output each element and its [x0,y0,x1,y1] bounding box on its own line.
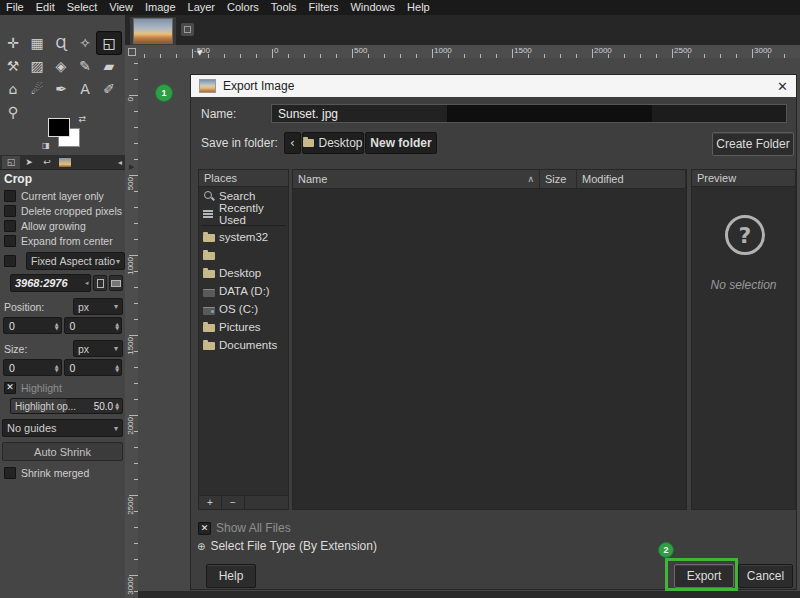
select-file-type-expander[interactable]: ⊕ Select File Type (By Extension) [197,539,377,553]
place-pictures[interactable]: Pictures [199,318,288,336]
color-area[interactable]: ⇄ ◨ [46,116,82,148]
place-desktop[interactable]: Desktop [199,264,288,282]
free-select-tool[interactable]: Ɋ [49,32,73,54]
dock-tab-pointer[interactable]: ➤ [20,156,38,169]
image-thumbnail-icon [59,158,71,167]
create-folder-button[interactable]: Create Folder [712,132,794,156]
column-header-name[interactable]: Name∧ [293,170,540,188]
spinner-arrows-icon[interactable]: ▲▼ [55,364,61,372]
ruler-corner-button[interactable] [125,45,138,58]
menu-colors[interactable]: Colors [221,0,265,15]
spinner-arrows-icon[interactable]: ▲▼ [115,402,119,410]
color-picker-tool-icon: ✐ [103,81,115,97]
highlight-checkbox[interactable]: ✕ [4,382,16,394]
new-folder-button[interactable]: New folder [365,132,437,154]
option-current-layer-only[interactable]: Current layer only [0,188,125,203]
position-unit-dropdown[interactable]: px ▾ [73,298,123,315]
filename-input[interactable]: Sunset. jpg [271,104,787,123]
paintbrush-tool[interactable]: ✎ [73,55,97,77]
size-height-spinner[interactable]: 0▲▼ [64,359,123,376]
bucket-fill-tool[interactable]: ◈ [49,55,73,77]
option-delete-cropped-pixels[interactable]: Delete cropped pixels [0,203,125,218]
column-header-size[interactable]: Size [540,170,577,188]
place-system32[interactable]: system32 [199,228,288,246]
clear-icon[interactable]: ◂ [84,279,88,287]
dock-collapse-icon[interactable]: ◂ [118,158,122,167]
option-expand-from-center[interactable]: Expand from center [0,233,125,248]
chevron-down-icon: ▾ [114,344,118,353]
foreground-color-swatch[interactable] [48,118,70,137]
position-x-spinner[interactable]: 0▲▼ [3,317,62,334]
menu-image[interactable]: Image [139,0,182,15]
chevron-down-icon: ▾ [114,302,118,311]
zoom-tool[interactable]: ⚲ [1,101,25,123]
dock-tab-undo-history[interactable]: ↩ [38,156,56,169]
place-recently-used[interactable]: Recently Used [199,205,288,223]
dock-tab-image[interactable] [56,156,74,169]
dock-tab-tool-options[interactable]: ◱ [2,156,20,169]
place-unnamed[interactable] [199,246,288,264]
position-y-spinner[interactable]: 0▲▼ [64,317,123,334]
menu-tools[interactable]: Tools [265,0,303,15]
spinner-arrows-icon[interactable]: ▲▼ [115,322,121,330]
crop-tool[interactable]: ◱ [97,32,121,54]
smudge-tool[interactable]: ☄ [25,78,49,100]
menu-layer[interactable]: Layer [182,0,222,15]
size-width-spinner[interactable]: 0▲▼ [3,359,62,376]
ink-tool[interactable]: ✒ [49,78,73,100]
spinner-arrows-icon[interactable]: ▲▼ [115,364,121,372]
rectangle-select-tool[interactable]: ▦ [25,32,49,54]
menu-edit[interactable]: Edit [30,0,61,15]
color-picker-tool[interactable]: ✐ [97,78,121,100]
checkbox[interactable] [4,220,16,232]
transform-tool[interactable]: ⚒ [1,55,25,77]
help-button[interactable]: Help [206,564,256,588]
highlight-opacity-slider[interactable]: Highlight op... 50.0 ▲▼ [10,398,123,414]
swap-colors-icon[interactable]: ⇄ [78,114,86,124]
place-os-c-[interactable]: OS (C:) [199,300,288,318]
aspect-ratio-dropdown[interactable]: Fixed Aspect ratio ▾ [26,252,125,270]
eraser-tool[interactable]: ▰ [97,55,121,77]
menu-file[interactable]: File [0,0,30,15]
checkbox[interactable] [4,205,16,217]
column-header-modified[interactable]: Modified [577,170,686,188]
size-unit-dropdown[interactable]: px ▾ [73,340,123,357]
checkbox[interactable] [4,190,16,202]
menu-filters[interactable]: Filters [303,0,345,15]
menu-view[interactable]: View [103,0,139,15]
spinner-arrows-icon[interactable]: ▲▼ [55,322,61,330]
aspect-ratio-input[interactable]: 3968:2976 ◂ [10,274,91,292]
landscape-orientation-button[interactable] [109,275,123,291]
menu-select[interactable]: Select [61,0,104,15]
image-tab-sunset[interactable] [130,17,176,45]
text-tool[interactable]: A [73,78,97,100]
place-data-d-[interactable]: DATA (D:) [199,282,288,300]
move-tool[interactable]: ✛ [1,32,25,54]
places-header[interactable]: Places [198,169,289,187]
place-documents[interactable]: Documents [199,336,288,354]
checkbox[interactable] [4,235,16,247]
current-folder-button[interactable]: Desktop [302,132,364,154]
menu-help[interactable]: Help [401,0,436,15]
shrink-merged-checkbox[interactable] [4,467,16,479]
add-bookmark-button[interactable]: + [199,496,222,509]
fuzzy-select-tool[interactable]: ✧ [73,32,97,54]
gradient-tool[interactable]: ▨ [25,55,49,77]
remove-bookmark-button[interactable]: − [222,496,245,509]
folder-icon [203,342,215,350]
portrait-orientation-button[interactable] [93,275,107,291]
close-icon[interactable]: ✕ [777,79,788,94]
show-all-files-row[interactable]: ✕ Show All Files [198,521,291,535]
show-all-files-checkbox[interactable]: ✕ [198,522,211,535]
file-list-body[interactable] [293,189,686,511]
dockable-chip-icon[interactable] [181,23,194,36]
guides-dropdown[interactable]: No guides ▾ [2,419,123,437]
fixed-checkbox[interactable] [4,255,16,267]
cancel-button[interactable]: Cancel [738,564,793,588]
clone-tool[interactable]: ⌂ [1,78,25,100]
path-back-button[interactable]: ‹ [284,132,301,154]
default-colors-icon[interactable]: ◨ [42,141,50,150]
option-allow-growing[interactable]: Allow growing [0,218,125,233]
auto-shrink-button[interactable]: Auto Shrink [2,442,123,461]
menu-windows[interactable]: Windows [344,0,401,15]
